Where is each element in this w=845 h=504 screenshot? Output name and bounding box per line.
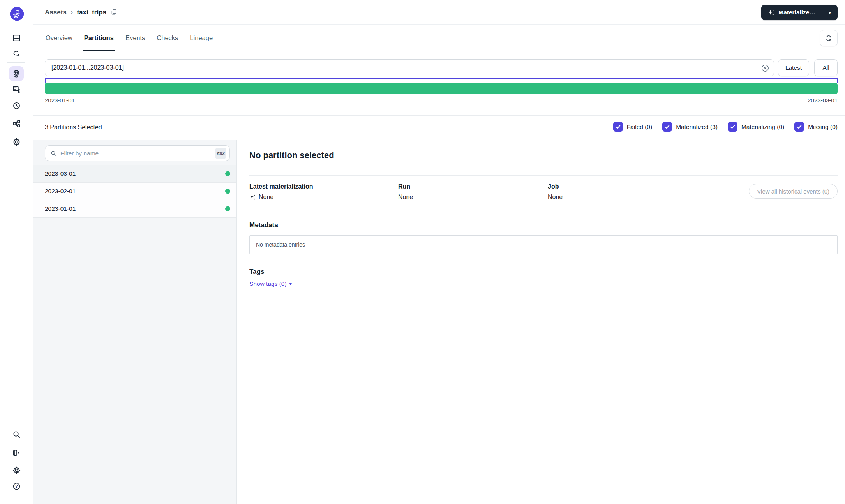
runs-icon[interactable]: [12, 49, 21, 58]
refresh-button[interactable]: [820, 30, 838, 46]
partition-row[interactable]: 2023-01-01: [33, 200, 236, 218]
assets-icon[interactable]: [12, 69, 21, 78]
help-icon[interactable]: ?: [12, 481, 21, 491]
green-dot: [225, 189, 230, 194]
materialize-button-main[interactable]: Materialize…: [761, 5, 822, 20]
tabs: Overview Partitions Events Checks Lineag…: [45, 25, 213, 51]
tab-lineage[interactable]: Lineage: [189, 25, 213, 51]
expand-panel-icon[interactable]: [12, 448, 21, 457]
metadata-empty-box: No metadata entries: [249, 235, 838, 254]
rail-divider: [7, 62, 25, 63]
breadcrumb: Assets › taxi_trips: [45, 0, 118, 25]
settings-icon[interactable]: [12, 137, 21, 146]
show-tags-link[interactable]: Show tags (0) ▾: [249, 280, 292, 287]
partition-row-label: 2023-01-01: [45, 205, 76, 212]
tab-events[interactable]: Events: [125, 25, 146, 51]
all-button[interactable]: All: [814, 59, 838, 76]
partitions-selected-count: 3 Partitions Selected: [45, 124, 102, 131]
partition-filter: A⇅Z: [45, 145, 230, 161]
filter-failed-label: Failed (0): [627, 123, 652, 130]
metadata-heading: Metadata: [249, 221, 278, 229]
materialize-button-label: Materialize…: [778, 9, 815, 16]
partition-row-label: 2023-02-01: [45, 188, 76, 195]
partition-range-input[interactable]: [45, 59, 774, 76]
checkbox-checked: [662, 122, 672, 132]
asset-name: taxi_trips: [77, 9, 106, 16]
deployment-icon[interactable]: [12, 119, 21, 128]
latest-materialization-value: None: [259, 194, 273, 201]
tags-heading: Tags: [249, 268, 264, 276]
filter-missing-label: Missing (0): [808, 123, 838, 130]
green-dot: [225, 171, 230, 176]
partition-list: 2023-03-01 2023-02-01 2023-01-01: [33, 165, 236, 218]
latest-materialization-col: Latest materialization None: [249, 183, 313, 201]
job-value: None: [548, 194, 563, 201]
partition-detail-panel: No partition selected Latest materializa…: [237, 140, 845, 504]
svg-text:?: ?: [15, 484, 18, 488]
sparkle-icon: [767, 9, 775, 16]
sort-z-glyph: Z: [222, 151, 225, 156]
tab-checks[interactable]: Checks: [156, 25, 179, 51]
run-value: None: [398, 194, 413, 201]
jobs-icon[interactable]: [12, 85, 21, 94]
clear-circle-icon[interactable]: [760, 63, 770, 73]
chevron-down-icon: ▾: [289, 281, 292, 287]
detail-divider: [249, 175, 838, 176]
filter-by-name-input[interactable]: [60, 150, 212, 157]
partition-row[interactable]: 2023-03-01: [33, 165, 236, 183]
tab-partitions[interactable]: Partitions: [83, 25, 115, 51]
dagster-logo[interactable]: [10, 7, 24, 21]
partition-list-panel: A⇅Z 2023-03-01 2023-02-01 2023-01-01: [33, 140, 237, 504]
checkbox-checked: [794, 122, 804, 132]
overview-icon[interactable]: [12, 33, 21, 42]
partition-row[interactable]: 2023-02-01: [33, 183, 236, 200]
sparkle-icon: [249, 194, 256, 201]
run-label: Run: [398, 183, 413, 190]
page-header: Assets › taxi_trips Materiali: [33, 0, 845, 25]
partition-row-label: 2023-03-01: [45, 170, 76, 177]
status-filters: Failed (0) Materialized (3) Materializin…: [613, 122, 838, 132]
search-icon[interactable]: [12, 430, 21, 439]
bar-end-date: 2023-03-01: [808, 97, 838, 104]
job-label: Job: [548, 183, 563, 190]
user-settings-icon[interactable]: [12, 465, 21, 475]
rail-divider: [7, 116, 25, 116]
schedules-icon[interactable]: [12, 101, 21, 110]
partition-health-bar[interactable]: [45, 83, 838, 94]
detail-title: No partition selected: [249, 150, 334, 160]
rail-divider: [7, 443, 25, 443]
materialization-info-row: Latest materialization None Run None: [249, 183, 838, 208]
bar-start-date: 2023-01-01: [45, 97, 75, 104]
materialize-button[interactable]: Materialize… ▾: [761, 5, 838, 20]
checkbox-checked: [728, 122, 737, 132]
copy-icon[interactable]: [110, 9, 118, 16]
view-historical-events-button[interactable]: View all historical events (0): [749, 184, 838, 199]
left-icon-rail: ?: [0, 0, 33, 504]
filter-materializing-label: Materializing (0): [741, 123, 784, 130]
show-tags-label: Show tags (0): [249, 280, 287, 287]
checkbox-checked: [613, 122, 623, 132]
partition-bar-dates: 2023-01-01 2023-03-01: [45, 97, 838, 104]
metadata-empty-text: No metadata entries: [256, 241, 305, 248]
tab-overview[interactable]: Overview: [45, 25, 73, 51]
run-col: Run None: [398, 183, 413, 201]
search-icon: [50, 150, 57, 157]
asset-partitions-page: ? Assets › taxi_trips: [0, 0, 845, 504]
filter-failed[interactable]: Failed (0): [613, 122, 652, 132]
latest-button[interactable]: Latest: [778, 59, 809, 76]
tabs-row: Overview Partitions Events Checks Lineag…: [33, 25, 845, 51]
breadcrumb-chevron-icon: ›: [71, 8, 73, 17]
selection-summary-row: 3 Partitions Selected Failed (0) Materia…: [33, 116, 845, 140]
breadcrumb-assets-link[interactable]: Assets: [45, 9, 67, 16]
materialize-dropdown-caret[interactable]: ▾: [822, 5, 838, 20]
green-dot: [225, 206, 230, 211]
job-col: Job None: [548, 183, 563, 201]
filter-materializing[interactable]: Materializing (0): [728, 122, 784, 132]
filter-materialized[interactable]: Materialized (3): [662, 122, 718, 132]
detail-divider: [249, 210, 838, 210]
latest-materialization-label: Latest materialization: [249, 183, 313, 190]
sort-az-button[interactable]: A⇅Z: [215, 148, 226, 159]
filter-materialized-label: Materialized (3): [676, 123, 718, 130]
filter-missing[interactable]: Missing (0): [794, 122, 838, 132]
